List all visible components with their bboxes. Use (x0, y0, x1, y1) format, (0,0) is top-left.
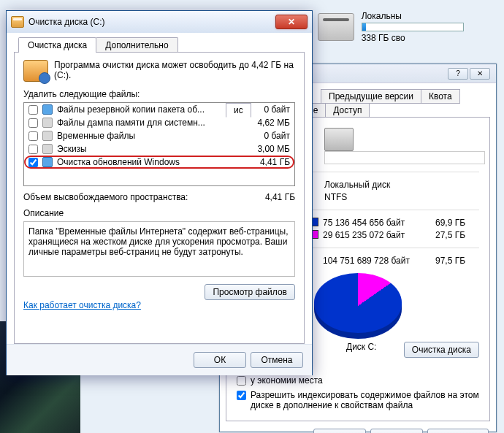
index-checkbox[interactable] (237, 391, 246, 400)
file-icon (42, 104, 53, 115)
file-row[interactable]: Эскизы3,00 МБ (24, 142, 294, 156)
file-name: Очистка обновлений Windows (57, 157, 242, 167)
file-checkbox[interactable] (28, 158, 38, 167)
ok-button[interactable]: ОК (313, 429, 366, 433)
file-size: 4,41 ГБ (246, 157, 290, 167)
index-label: Разрешить индексировать содержимое файло… (251, 390, 479, 410)
total-bytes: 104 751 689 728 байт (323, 256, 435, 266)
file-icon (42, 157, 53, 167)
file-row[interactable]: Файлы резервной копии пакета об...0 байт (24, 103, 294, 116)
disk-fs: NTFS (324, 192, 479, 202)
tab-previous-versions[interactable]: Предыдущие версии (321, 89, 421, 104)
cleanup-titlebar[interactable]: Очистка диска (C:) ✕ (7, 11, 312, 33)
delete-files-label: Удалить следующие файлы: (23, 89, 295, 99)
file-name: Файлы резервной копии пакета об... (57, 104, 242, 115)
used-bytes: 75 136 454 656 байт (323, 218, 435, 228)
tab-sharing[interactable]: Доступ (325, 103, 370, 118)
cleanup-title: Очистка диска (C:) (28, 17, 105, 27)
cancel-button[interactable]: Отмена (370, 429, 423, 433)
props-button-bar: ОК Отмена Применить (220, 421, 496, 433)
tab-more-options[interactable]: Дополнительно (96, 37, 177, 53)
gain-value: 4,41 ГБ (265, 192, 295, 202)
close-button[interactable]: ✕ (470, 68, 490, 80)
file-name: Файлы дампа памяти для системн... (57, 118, 242, 128)
cleanup-icon (11, 16, 24, 28)
free-bytes: 29 615 235 072 байт (323, 230, 435, 240)
file-size: 3,00 МБ (246, 144, 290, 154)
used-human: 69,9 ГБ (435, 218, 479, 228)
apply-button[interactable]: Применить (427, 429, 489, 433)
file-name: Временные файлы (57, 131, 242, 141)
drive-d-free: 338 ГБ сво (362, 33, 464, 43)
help-button[interactable]: ? (448, 68, 468, 80)
file-checkbox[interactable] (28, 118, 38, 128)
disk-name-input[interactable] (324, 151, 485, 164)
gain-label: Объем высвобождаемого пространства: (23, 192, 265, 202)
file-size: 0 байт (246, 131, 290, 141)
cleanup-intro-text: Программа очистки диска может освободить… (54, 60, 295, 80)
cleanup-button-bar: ОК Отмена (7, 344, 312, 375)
file-size: 4,62 МБ (246, 118, 290, 128)
view-files-button[interactable]: Просмотр файлов (205, 284, 295, 300)
disk-cleanup-window: Очистка диска (C:) ✕ Очистка диска Допол… (6, 10, 313, 375)
ok-button[interactable]: ОК (194, 352, 246, 368)
file-icon (42, 118, 53, 128)
free-human: 27,5 ГБ (435, 230, 479, 240)
disk-type: Локальный диск (324, 180, 479, 190)
file-size: 0 байт (246, 104, 290, 115)
file-icon (42, 144, 53, 154)
file-checkbox[interactable] (28, 105, 38, 115)
close-button[interactable]: ✕ (275, 15, 308, 29)
file-checkbox[interactable] (28, 145, 38, 154)
drive-d[interactable]: Локальны 338 ГБ сво (318, 11, 464, 43)
desc-heading: Описание (23, 208, 295, 218)
file-row[interactable]: Временные файлы0 байт (24, 129, 294, 142)
total-human: 97,5 ГБ (435, 256, 479, 266)
pie-caption: Диск C: (346, 342, 376, 352)
usage-pie (314, 273, 402, 339)
files-list[interactable]: Файлы резервной копии пакета об...0 байт… (23, 102, 295, 186)
drive-d-usage-bar (362, 23, 464, 31)
cancel-button[interactable]: Отмена (251, 352, 303, 368)
tab-quota[interactable]: Квота (421, 89, 460, 104)
tab-general[interactable]: ис (226, 103, 251, 118)
tab-cleanup[interactable]: Очистка диска (18, 37, 96, 53)
disk-cleanup-button[interactable]: Очистка диска (404, 342, 479, 358)
hdd-icon (318, 13, 354, 41)
drive-d-label: Локальны (362, 11, 464, 21)
compress-checkbox[interactable] (237, 376, 246, 386)
cleanup-intro-icon (23, 60, 48, 82)
disk-icon (324, 128, 354, 151)
file-name: Эскизы (57, 144, 242, 154)
file-checkbox[interactable] (28, 131, 38, 141)
compress-label: у экономии места (251, 375, 323, 386)
file-row[interactable]: Файлы дампа памяти для системн...4,62 МБ (24, 116, 294, 129)
how-it-works-link[interactable]: Как работает очистка диска? (23, 300, 295, 310)
desc-text: Папка "Временные файлы Интернета" содерж… (23, 221, 295, 277)
file-row[interactable]: Очистка обновлений Windows4,41 ГБ (24, 156, 294, 169)
file-icon (42, 131, 53, 141)
